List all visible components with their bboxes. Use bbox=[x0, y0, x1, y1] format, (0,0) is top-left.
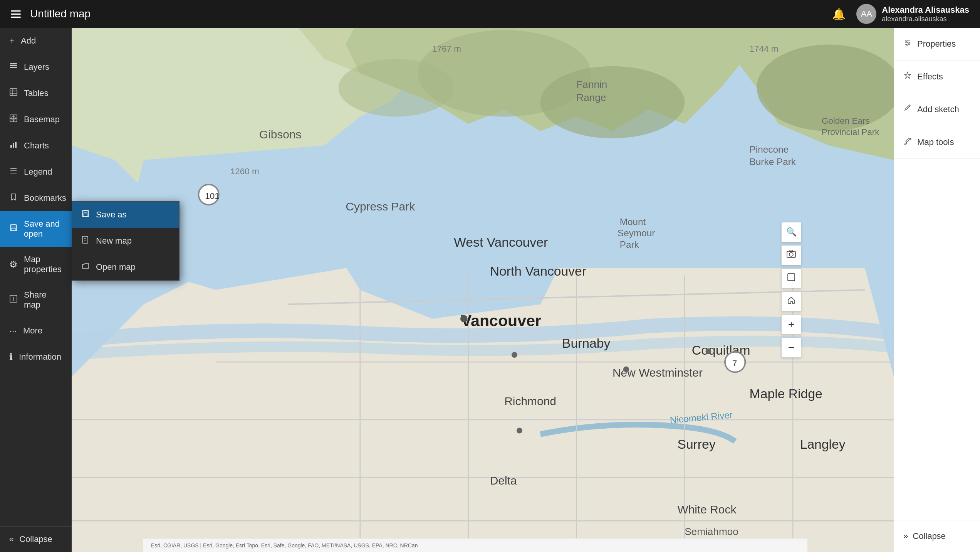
map-home-button[interactable] bbox=[781, 291, 801, 311]
sidebar-item-bookmarks[interactable]: Bookmarks bbox=[0, 185, 72, 211]
effects-icon bbox=[903, 71, 912, 82]
svg-text:Burke Park: Burke Park bbox=[750, 157, 796, 167]
map-fullscreen-button[interactable] bbox=[781, 268, 801, 288]
svg-rect-24 bbox=[83, 214, 88, 216]
svg-point-33 bbox=[540, 66, 685, 138]
svg-point-89 bbox=[789, 252, 793, 256]
sidebar-item-share-map[interactable]: Share map bbox=[0, 282, 72, 318]
sidebar-item-tables[interactable]: Tables bbox=[0, 80, 72, 106]
sidebar-label-map-properties: Map properties bbox=[24, 254, 62, 274]
sidebar-label-collapse: Collapse bbox=[19, 534, 52, 544]
sidebar-item-more[interactable]: ··· More bbox=[0, 318, 72, 344]
sidebar-item-legend[interactable]: Legend bbox=[0, 159, 72, 185]
sidebar-label-save-open: Save and open bbox=[24, 219, 62, 239]
right-panel-properties[interactable]: Properties bbox=[894, 28, 980, 61]
svg-rect-13 bbox=[15, 142, 17, 148]
sidebar-label-add: Add bbox=[21, 36, 36, 46]
notification-bell-icon[interactable]: 🔔 bbox=[832, 8, 846, 20]
dropdown-item-open-map[interactable]: Open map bbox=[72, 254, 179, 280]
main-area: + Add Layers Tables Basemap Charts bbox=[0, 28, 980, 552]
save-as-icon bbox=[81, 209, 90, 220]
svg-text:West Vancouver: West Vancouver bbox=[454, 235, 548, 249]
svg-rect-23 bbox=[84, 210, 87, 213]
sidebar-item-information[interactable]: ℹ Information bbox=[0, 344, 72, 370]
map-area[interactable]: Gibsons Cypress Park West Vancouver Nort… bbox=[72, 28, 894, 552]
sidebar-item-save-open[interactable]: Save and open bbox=[0, 211, 72, 247]
dropdown-label-save-as: Save as bbox=[96, 210, 127, 220]
save-open-dropdown: Save as New map Open map bbox=[72, 201, 180, 281]
sidebar-item-basemap[interactable]: Basemap bbox=[0, 106, 72, 133]
header-right: 🔔 AA Alexandra Alisauskas alexandra.alis… bbox=[832, 4, 969, 24]
sidebar-item-layers[interactable]: Layers bbox=[0, 54, 72, 80]
svg-point-82 bbox=[512, 352, 517, 358]
svg-point-83 bbox=[517, 428, 522, 434]
map-search-button[interactable]: 🔍 bbox=[781, 222, 801, 242]
sidebar-label-bookmarks: Bookmarks bbox=[24, 193, 66, 203]
right-panel-label-collapse: Collapse bbox=[913, 531, 946, 541]
new-map-icon bbox=[81, 236, 90, 246]
svg-text:Pinecone: Pinecone bbox=[750, 144, 789, 155]
svg-text:Maple Ridge: Maple Ridge bbox=[750, 387, 822, 401]
map-zoom-out-button[interactable]: − bbox=[781, 338, 801, 358]
map-title[interactable]: Untitled map bbox=[30, 8, 91, 20]
user-info: AA Alexandra Alisauskas alexandra.alisau… bbox=[856, 4, 969, 24]
svg-point-34 bbox=[339, 59, 454, 117]
svg-text:White Rock: White Rock bbox=[677, 503, 737, 516]
user-details: Alexandra Alisauskas alexandra.alisauska… bbox=[882, 5, 969, 23]
svg-rect-25 bbox=[82, 236, 88, 243]
sidebar-label-share-map: Share map bbox=[24, 290, 62, 310]
collapse-right-icon: » bbox=[903, 531, 908, 541]
user-name: Alexandra Alisauskas bbox=[882, 5, 969, 15]
information-icon: ℹ bbox=[9, 352, 13, 362]
svg-point-84 bbox=[623, 366, 629, 372]
svg-text:Fannin: Fannin bbox=[576, 79, 607, 90]
sidebar-item-charts[interactable]: Charts bbox=[0, 133, 72, 159]
map-screenshot-button[interactable] bbox=[781, 245, 801, 265]
svg-rect-2 bbox=[10, 63, 17, 64]
dropdown-item-save-as[interactable]: Save as bbox=[72, 202, 179, 228]
right-panel-add-sketch[interactable]: Add sketch bbox=[894, 93, 980, 126]
svg-text:Cypress Park: Cypress Park bbox=[346, 200, 415, 213]
dropdown-item-new-map[interactable]: New map bbox=[72, 228, 179, 254]
svg-text:Langley: Langley bbox=[800, 437, 846, 451]
map-search-icon: 🔍 bbox=[786, 227, 797, 237]
map-attribution: Esri, CGIAR, USGS | Esri, Google, Esri T… bbox=[143, 538, 807, 552]
map-zoom-in-button[interactable]: + bbox=[781, 315, 801, 335]
zoom-in-icon: + bbox=[788, 318, 794, 331]
svg-rect-19 bbox=[11, 228, 16, 231]
charts-icon bbox=[9, 140, 18, 151]
collapse-left-icon: « bbox=[9, 534, 14, 544]
svg-text:7: 7 bbox=[732, 358, 737, 368]
legend-icon bbox=[9, 167, 18, 177]
sidebar-label-more: More bbox=[23, 326, 42, 336]
svg-text:Semiahmoo: Semiahmoo bbox=[685, 526, 738, 537]
svg-text:Burnaby: Burnaby bbox=[562, 336, 611, 350]
left-sidebar: + Add Layers Tables Basemap Charts bbox=[0, 28, 72, 552]
menu-icon[interactable] bbox=[11, 10, 21, 18]
svg-text:Mount: Mount bbox=[620, 217, 646, 227]
svg-rect-90 bbox=[790, 250, 793, 252]
right-panel-effects[interactable]: Effects bbox=[894, 61, 980, 93]
sidebar-collapse[interactable]: « Collapse bbox=[0, 526, 72, 552]
svg-rect-12 bbox=[13, 143, 14, 148]
basemap-icon bbox=[9, 114, 18, 125]
right-panel-map-tools[interactable]: Map tools bbox=[894, 126, 980, 159]
bookmarks-icon bbox=[9, 193, 18, 204]
sidebar-item-add[interactable]: + Add bbox=[0, 28, 72, 54]
properties-icon bbox=[903, 39, 912, 49]
map-tools-icon bbox=[903, 137, 912, 148]
user-email: alexandra.alisauskas bbox=[882, 15, 969, 23]
svg-text:101: 101 bbox=[205, 191, 219, 201]
svg-text:Seymour: Seymour bbox=[618, 228, 655, 238]
svg-text:1260 m: 1260 m bbox=[230, 167, 259, 176]
avatar-initials: AA bbox=[861, 9, 872, 19]
svg-point-81 bbox=[460, 315, 468, 323]
svg-text:Golden Ears: Golden Ears bbox=[822, 116, 870, 126]
svg-point-85 bbox=[705, 348, 711, 354]
svg-point-95 bbox=[906, 40, 907, 42]
svg-rect-18 bbox=[12, 225, 15, 227]
sidebar-item-map-properties[interactable]: ⚙ Map properties bbox=[0, 247, 72, 282]
layers-icon bbox=[9, 62, 18, 72]
right-panel-collapse[interactable]: » Collapse bbox=[894, 520, 980, 552]
svg-text:1767 m: 1767 m bbox=[432, 44, 461, 54]
